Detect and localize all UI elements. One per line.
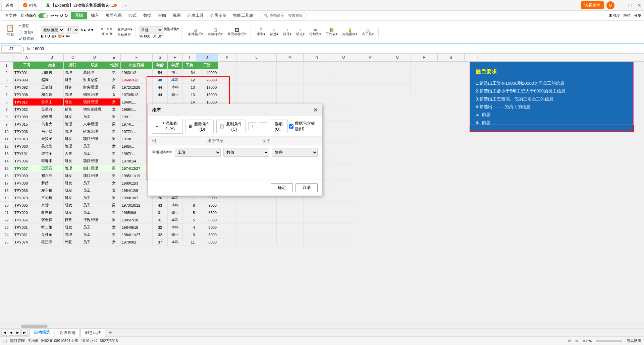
- cell-B12[interactable]: 吴光胜: [40, 143, 64, 150]
- cell-J22[interactable]: 8500: [196, 216, 218, 224]
- row-header-2[interactable]: 2: [0, 69, 13, 76]
- cell-E25[interactable]: 女: [107, 238, 121, 246]
- tab-home[interactable]: 首页: [1, 1, 18, 10]
- row-header-9[interactable]: 9: [0, 121, 13, 128]
- menu-view[interactable]: 视图: [170, 12, 183, 19]
- cell-B1[interactable]: 姓名: [40, 62, 64, 69]
- cell-I24[interactable]: 3: [183, 231, 196, 238]
- font-color-button[interactable]: A▾: [66, 34, 70, 39]
- cell-A10[interactable]: TPY003: [13, 128, 40, 135]
- row-header-19[interactable]: 19: [0, 194, 13, 202]
- cell-J5[interactable]: 18000: [196, 91, 218, 98]
- cell-L21[interactable]: [236, 209, 277, 216]
- sum-button[interactable]: Σ求和▾: [255, 27, 267, 38]
- menu-review[interactable]: 审阅: [155, 12, 169, 19]
- number-format-select[interactable]: 常规: [140, 26, 163, 33]
- row-header-12[interactable]: 12: [0, 143, 13, 150]
- cell-C14[interactable]: 研发: [64, 157, 82, 165]
- cell-O21[interactable]: [330, 209, 357, 216]
- border-button[interactable]: ⊞▾: [51, 34, 56, 39]
- col-header-H[interactable]: H: [168, 54, 183, 61]
- row-col-button[interactable]: ⊞行和列▾: [307, 27, 323, 38]
- col-header-C[interactable]: C: [64, 54, 82, 61]
- cell-B2[interactable]: 刀白凤: [40, 69, 64, 76]
- cell-G22[interactable]: 31: [153, 216, 168, 224]
- cell-D20[interactable]: 员工: [82, 202, 107, 209]
- undo-icon[interactable]: ↩: [50, 13, 54, 18]
- cell-E15[interactable]: 男: [107, 165, 121, 172]
- cell-I1[interactable]: 工龄: [183, 62, 196, 69]
- cell-Q4[interactable]: [384, 84, 411, 91]
- cell-A15[interactable]: TPY007: [13, 165, 40, 172]
- col-header-O[interactable]: O: [330, 54, 357, 61]
- move-up-button[interactable]: ↑: [248, 122, 256, 130]
- cell-B16[interactable]: 祁六三: [40, 172, 64, 180]
- cell-O12[interactable]: [330, 143, 357, 150]
- cell-A12[interactable]: TPY060: [13, 143, 40, 150]
- sort-field-select[interactable]: 工资: [175, 148, 221, 157]
- cell-N21[interactable]: [304, 209, 330, 216]
- cell-K24[interactable]: [218, 231, 236, 238]
- cell-C6[interactable]: 研发: [64, 98, 82, 106]
- cell-P5[interactable]: [357, 91, 384, 98]
- cell-M20[interactable]: [277, 202, 304, 209]
- cut-button[interactable]: ✂剪切: [17, 23, 35, 29]
- cell-B21[interactable]: 白世镜: [40, 209, 64, 216]
- row-header-8[interactable]: 8: [0, 113, 13, 121]
- cell-E12[interactable]: 女: [107, 143, 121, 150]
- cell-C13[interactable]: 人事: [64, 150, 82, 157]
- col-header-A[interactable]: A: [13, 54, 40, 61]
- cell-E22[interactable]: 男: [107, 216, 121, 224]
- formula-input[interactable]: 16000: [33, 47, 643, 51]
- cell-E8[interactable]: 男: [107, 113, 121, 121]
- row-header-25[interactable]: 25: [0, 238, 13, 246]
- cell-E2[interactable]: 男: [107, 69, 121, 76]
- cell-L2[interactable]: [236, 69, 277, 76]
- cell-E19[interactable]: 男: [107, 194, 121, 202]
- cell-A13[interactable]: TPY101: [13, 150, 40, 157]
- cell-F3[interactable]: 1968/7/12: [121, 76, 153, 84]
- cell-D24[interactable]: 员工: [82, 231, 107, 238]
- cell-K25[interactable]: [218, 238, 236, 246]
- cell-A1[interactable]: 工号: [13, 62, 40, 69]
- cell-G23[interactable]: 32: [153, 224, 168, 231]
- cell-reference-input[interactable]: J7: [1, 45, 21, 53]
- cell-E9[interactable]: 男: [107, 121, 121, 128]
- sheet-nav-prev[interactable]: ◀: [8, 330, 14, 336]
- menu-insert[interactable]: 插入: [88, 12, 102, 19]
- cell-E7[interactable]: 女: [107, 106, 121, 113]
- cell-N22[interactable]: [304, 216, 330, 224]
- cell-C11[interactable]: 研发: [64, 135, 82, 143]
- cell-O4[interactable]: [330, 84, 357, 91]
- include-header-checkbox[interactable]: [289, 124, 293, 129]
- cell-Q1[interactable]: [384, 62, 411, 69]
- cell-M2[interactable]: [277, 69, 304, 76]
- start-button[interactable]: 开始: [71, 12, 87, 19]
- cell-D19[interactable]: 员工: [82, 194, 107, 202]
- col-header-F[interactable]: F: [121, 54, 153, 61]
- cell-O13[interactable]: [330, 150, 357, 157]
- new-tab-button[interactable]: +: [122, 2, 130, 8]
- cell-E18[interactable]: 女: [107, 187, 121, 194]
- menu-page-layout[interactable]: 页面布局: [103, 12, 124, 19]
- cell-B19[interactable]: 王尼玛: [40, 194, 64, 202]
- cell-O6[interactable]: [330, 98, 357, 106]
- sort-basis-select[interactable]: 数值: [223, 148, 269, 157]
- cell-M22[interactable]: [277, 216, 304, 224]
- cell-M24[interactable]: [277, 231, 304, 238]
- cell-B15[interactable]: 巴天石: [40, 165, 64, 172]
- cell-O24[interactable]: [330, 231, 357, 238]
- sort-order-select[interactable]: 降序: [272, 148, 318, 157]
- cell-D9[interactable]: 人事经理: [82, 121, 107, 128]
- table-style-button[interactable]: 📋表格样式▾: [206, 27, 225, 38]
- cell-H1[interactable]: 学历: [168, 62, 183, 69]
- format-paint-button[interactable]: 🖌格式刷: [17, 36, 35, 42]
- sheet-tab-auto-filter[interactable]: 自动筛选: [30, 328, 54, 337]
- cell-P4[interactable]: [357, 84, 384, 91]
- cell-K3[interactable]: [218, 76, 236, 84]
- cell-F23[interactable]: 1984/9/18: [121, 224, 153, 231]
- cell-H24[interactable]: 硕士: [168, 231, 183, 238]
- cell-D22[interactable]: 行政经理: [82, 216, 107, 224]
- cell-E14[interactable]: 男: [107, 157, 121, 165]
- cell-O19[interactable]: [330, 194, 357, 202]
